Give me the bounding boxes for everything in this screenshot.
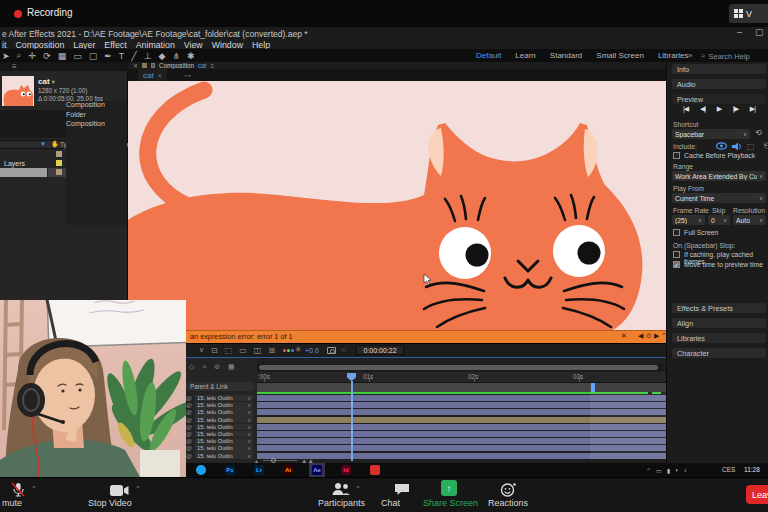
project-item-row[interactable]: Composition: [48, 168, 127, 177]
magnification-dropdown[interactable]: ∨: [199, 346, 204, 354]
audio-panel-header[interactable]: Audio: [672, 79, 766, 89]
menu-animation[interactable]: Animation: [136, 40, 175, 50]
pick-whip-icon[interactable]: @: [186, 395, 193, 401]
roto-brush-tool[interactable]: ⋔: [172, 51, 180, 61]
reset-icon[interactable]: ⟲: [755, 128, 762, 137]
video-options-caret[interactable]: ⌃: [135, 485, 141, 493]
tray-icon-1[interactable]: ▭: [656, 467, 662, 474]
pick-whip-icon[interactable]: @: [186, 431, 193, 437]
play-from-dropdown[interactable]: Current Time∨: [672, 193, 766, 203]
project-item-name[interactable]: [0, 149, 47, 158]
frame-rate-dropdown[interactable]: (25)∨: [672, 215, 705, 225]
menu-effect[interactable]: Effect: [104, 40, 126, 50]
mute-button[interactable]: mute: [2, 498, 22, 508]
tray-icon-2[interactable]: ▮: [667, 467, 670, 474]
menu-window[interactable]: Window: [212, 40, 243, 50]
participants-button[interactable]: Participants: [318, 498, 365, 508]
taskbar-app-photoshop[interactable]: Ps: [222, 463, 238, 477]
layer-row[interactable]: @15. telo Outlin∨: [186, 452, 256, 459]
parent-dropdown[interactable]: 15. telo Outlin∨: [195, 416, 253, 423]
menu-layer[interactable]: Layer: [73, 40, 95, 50]
workspace-small-screen[interactable]: Small Screen: [596, 51, 644, 60]
comp-view-option-2[interactable]: ▭: [239, 346, 247, 355]
fast-previews-icon[interactable]: ✳: [295, 345, 302, 354]
chat-button[interactable]: Chat: [381, 498, 400, 508]
graph-editor-icon[interactable]: ▦: [228, 363, 235, 371]
layer-row[interactable]: @15. telo Outlin∨: [186, 395, 256, 402]
comp-thumbnail[interactable]: [2, 76, 34, 106]
mute-options-caret[interactable]: ⌃: [31, 485, 37, 493]
parent-dropdown[interactable]: 15. telo Outlin∨: [195, 402, 253, 409]
maximize-button[interactable]: ▢: [755, 27, 764, 37]
pen-tool[interactable]: ✒: [104, 51, 112, 61]
comp-view-option-4[interactable]: ⊞: [268, 346, 275, 355]
view-button[interactable]: V: [729, 4, 768, 23]
parent-dropdown[interactable]: 15. telo Outlin∨: [195, 438, 253, 445]
align-panel-header[interactable]: Align: [672, 318, 766, 328]
previous-frame-button[interactable]: ◀|: [700, 105, 705, 113]
panel-menu-icon[interactable]: ≡: [12, 62, 17, 71]
webcam-video[interactable]: [0, 300, 186, 477]
pick-whip-icon[interactable]: @: [186, 417, 193, 423]
comp-view-option-3[interactable]: ◫: [254, 346, 262, 355]
hand-tool[interactable]: ✛: [29, 51, 37, 61]
stop-video-button[interactable]: Stop Video: [88, 498, 132, 508]
shortcut-dropdown[interactable]: Spacebar∨: [672, 129, 750, 139]
libraries-panel-header[interactable]: Libraries: [672, 333, 766, 343]
resolution-dropdown[interactable]: Auto∨: [733, 215, 766, 225]
overlays-icon[interactable]: ⬚: [747, 142, 755, 151]
minimize-button[interactable]: –: [737, 27, 742, 37]
error-magnify-icon[interactable]: ⊙: [646, 332, 652, 340]
workspace-standard[interactable]: Standard: [550, 51, 582, 60]
pan-behind-tool[interactable]: ▭: [73, 51, 82, 61]
parent-dropdown[interactable]: 15. telo Outlin∨: [195, 395, 253, 402]
pick-whip-icon[interactable]: @: [186, 438, 193, 444]
selection-tool[interactable]: ➤: [2, 51, 10, 61]
taskbar-app-after-effects[interactable]: Ae: [309, 463, 325, 477]
workspace-overflow-button[interactable]: »: [688, 51, 692, 60]
effects-presets-panel-header[interactable]: Effects & Presets: [672, 303, 766, 313]
pick-whip-icon[interactable]: @: [186, 445, 193, 451]
last-frame-button[interactable]: ▶|: [750, 105, 755, 113]
rotate-tool[interactable]: ⟳: [43, 51, 51, 61]
motion-blur-icon[interactable]: ⊘: [214, 363, 220, 371]
clone-stamp-tool[interactable]: ⊥: [144, 51, 152, 61]
reactions-button[interactable]: Reactions: [488, 498, 528, 508]
full-screen-checkbox[interactable]: [673, 229, 680, 236]
taskbar-app-illustrator[interactable]: Ai: [280, 463, 296, 477]
camera-tool[interactable]: ▦: [58, 51, 67, 61]
exposure-value[interactable]: +0,0: [305, 347, 319, 354]
parent-link-header[interactable]: Parent & Link: [186, 382, 254, 391]
language-indicator[interactable]: CES: [722, 466, 735, 473]
frame-blend-icon[interactable]: ≈: [202, 363, 206, 371]
share-screen-icon[interactable]: ↑: [441, 480, 457, 496]
tray-icon-4[interactable]: ♪: [684, 467, 687, 473]
project-item-name[interactable]: [0, 168, 47, 177]
layer-row[interactable]: @15. telo Outlin∨: [186, 431, 256, 438]
text-tool[interactable]: T: [119, 51, 125, 61]
composition-viewport[interactable]: [128, 81, 666, 330]
parent-dropdown[interactable]: 15. telo Outlin∨: [195, 409, 253, 416]
eraser-tool[interactable]: ◆: [159, 51, 166, 61]
mini-flowchart-icon[interactable]: ⊶: [184, 72, 191, 80]
cache-before-playback-checkbox[interactable]: [673, 152, 680, 159]
play-cached-checkbox[interactable]: [673, 251, 680, 258]
move-time-checkbox[interactable]: ✓: [673, 261, 680, 268]
shy-icon[interactable]: ◇: [189, 363, 194, 371]
preview-panel-header[interactable]: Preview: [672, 94, 766, 104]
menu-view[interactable]: View: [184, 40, 203, 50]
pick-whip-icon[interactable]: @: [186, 453, 193, 459]
first-frame-button[interactable]: |◀: [683, 105, 688, 113]
tray-icon-3[interactable]: ◗: [675, 467, 679, 473]
parent-dropdown[interactable]: 15. telo Outlin∨: [195, 431, 253, 438]
info-panel-header[interactable]: Info: [672, 64, 766, 74]
workspace-default[interactable]: Default: [476, 51, 501, 60]
error-close-icon[interactable]: ✕: [621, 332, 627, 340]
play-button[interactable]: ▶: [717, 105, 721, 113]
share-screen-button[interactable]: Share Screen: [423, 498, 478, 508]
workspace-learn[interactable]: Learn: [515, 51, 535, 60]
video-eye-icon[interactable]: [716, 142, 727, 150]
project-item-name[interactable]: Layers: [0, 158, 47, 167]
help-search[interactable]: ⌕ Search Help: [701, 51, 765, 61]
skip-dropdown[interactable]: 0∨: [708, 215, 730, 225]
